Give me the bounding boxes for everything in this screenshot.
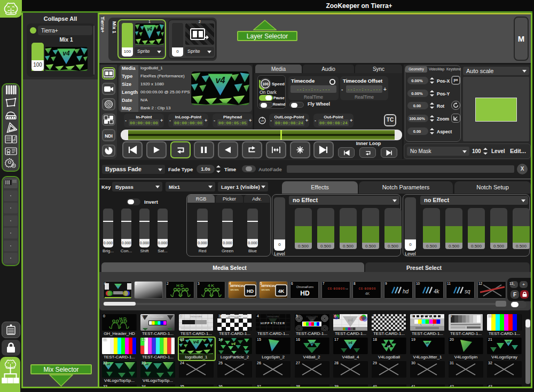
svg-text:HD: HD <box>300 290 310 297</box>
svg-text:hd: hd <box>403 289 409 294</box>
svg-text:v4: v4 <box>348 341 352 345</box>
svg-text:HD: HD <box>176 283 185 288</box>
svg-text:GROWN: GROWN <box>230 289 239 291</box>
svg-text:1 9 2 0 x 1 0 8 0: 1 9 2 0 x 1 0 8 0 <box>227 316 241 318</box>
svg-text:100: 100 <box>262 82 269 86</box>
svg-text:ChromaForm: ChromaForm <box>296 285 314 289</box>
svg-text:v4: v4 <box>507 341 510 343</box>
svg-text:hd: hd <box>345 287 348 290</box>
svg-text:123: 123 <box>261 119 264 122</box>
svg-text:v4: v4 <box>231 342 235 346</box>
svg-text:4K: 4K <box>208 283 215 288</box>
svg-text:1 9 2 0 x 1 0 8 0: 1 9 2 0 x 1 0 8 0 <box>267 316 279 318</box>
svg-text:v4: v4 <box>348 317 353 323</box>
svg-text:v4: v4 <box>426 341 429 345</box>
svg-text:GROWN: GROWN <box>261 289 270 291</box>
svg-text:1 9 2 0 x 1 0 8 0: 1 9 2 0 x 1 0 8 0 <box>152 316 163 318</box>
svg-text:4k: 4k <box>434 289 440 294</box>
svg-text:NDI: NDI <box>105 133 113 139</box>
svg-text:CG·BOBOS: CG·BOBOS <box>328 287 345 290</box>
svg-text:v4: v4 <box>387 345 390 348</box>
svg-text:HD: HD <box>247 289 254 294</box>
svg-text:4K: 4K <box>278 289 285 294</box>
svg-text:sq: sq <box>465 289 470 294</box>
svg-text:v4: v4 <box>310 342 313 345</box>
svg-text:4K: 4K <box>365 292 370 295</box>
svg-text:1 9 2 0 x 1 0 8 0: 1 9 2 0 x 1 0 8 0 <box>190 316 202 318</box>
svg-text:v4: v4 <box>145 363 148 366</box>
svg-text:v4: v4 <box>107 363 110 366</box>
svg-text:HIPP▼TIZER: HIPP▼TIZER <box>261 322 285 325</box>
svg-text:CG·BOBOS: CG·BOBOS <box>359 287 376 290</box>
svg-text:v4: v4 <box>310 318 313 322</box>
